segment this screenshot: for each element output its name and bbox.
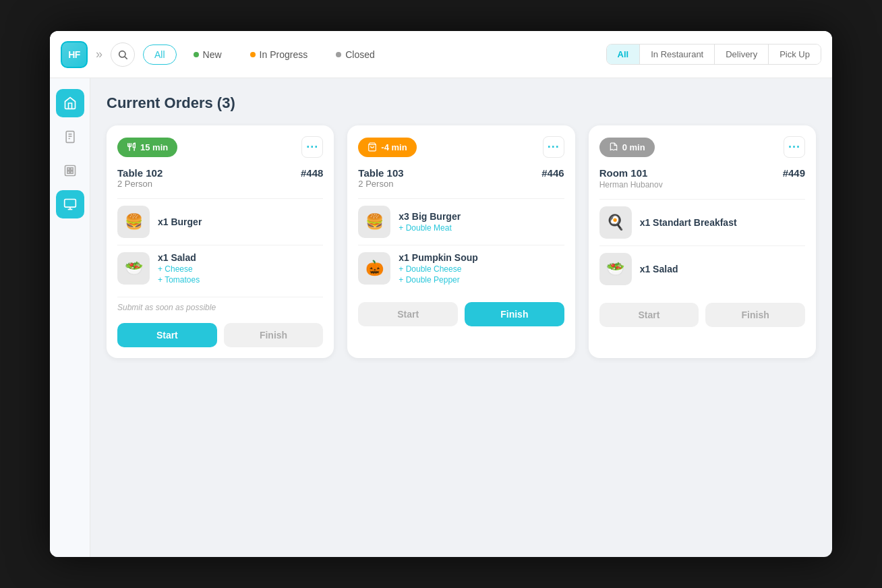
person-count-0: 2 Person <box>117 179 163 189</box>
item-image-0-1: 🥗 <box>117 252 150 285</box>
sidebar-icon-building[interactable] <box>56 156 84 185</box>
right-tab-inrestaurant[interactable]: In Restaurant <box>639 45 714 64</box>
start-button-0[interactable]: Start <box>117 323 217 347</box>
right-tab-pickup[interactable]: Pick Up <box>768 45 821 64</box>
order-item-0-0: 🍔 x1 Burger <box>117 198 323 245</box>
item-addon-0-1-1: + Tomatoes <box>158 275 323 285</box>
order-item-1-1: 🎃 x1 Pumpkin Soup + Double Cheese + Doub… <box>358 245 564 291</box>
finish-button-2[interactable]: Finish <box>705 303 805 327</box>
sidebar-icon-pos[interactable] <box>56 190 84 218</box>
right-tab-all[interactable]: All <box>607 45 640 64</box>
item-image-2-0: 🍳 <box>599 206 632 239</box>
order-card-1: -4 min ··· Table 103 2 Person #446 <box>347 125 575 358</box>
dots-icon-2: ··· <box>788 140 800 154</box>
order-item-0-1: 🥗 x1 Salad + Cheese + Tomatoes <box>117 245 323 291</box>
sidebar-icon-home[interactable] <box>56 89 84 117</box>
card-header-2: 0 min ··· <box>599 136 805 158</box>
main-layout: Current Orders (3) 15 min ··· <box>50 78 832 557</box>
card-header-1: -4 min ··· <box>358 136 564 158</box>
card-header-0: 15 min ··· <box>117 136 323 158</box>
item-addon-0-1-0: + Cheese <box>158 264 323 274</box>
table-name-1: Table 103 <box>358 167 403 179</box>
page-title: Current Orders (3) <box>107 94 816 112</box>
more-button-0[interactable]: ··· <box>301 136 323 158</box>
svg-rect-7 <box>64 200 76 208</box>
top-bar: HF » All New In Progress Closed All I <box>50 31 832 78</box>
order-card-2: 0 min ··· Room 101 Herman Hubanov #449 <box>589 125 816 358</box>
item-image-0-0: 🍔 <box>117 206 150 238</box>
search-button[interactable] <box>111 42 135 67</box>
receipt-icon <box>609 142 618 152</box>
order-num-1: #446 <box>541 167 564 179</box>
utensils-icon <box>127 142 136 152</box>
order-note-0: Submit as soon as possible <box>117 297 323 312</box>
start-button-2[interactable]: Start <box>599 303 699 327</box>
main-content: Current Orders (3) 15 min ··· <box>90 78 832 557</box>
card-info-1: Table 103 2 Person #446 <box>358 167 564 189</box>
card-actions-1: Start Finish <box>358 302 564 326</box>
sidebar <box>50 78 90 557</box>
svg-point-0 <box>119 51 125 57</box>
item-addon-1-1-0: + Double Cheese <box>399 264 564 274</box>
order-num-2: #449 <box>783 167 805 179</box>
orders-grid: 15 min ··· Table 102 2 Person #448 <box>107 125 816 358</box>
expand-icon[interactable]: » <box>96 47 102 61</box>
logo: HF <box>61 41 88 68</box>
filter-inprogress-tab[interactable]: In Progress <box>239 45 320 65</box>
timer-badge-2: 0 min <box>599 138 655 157</box>
filter-all-tab[interactable]: All <box>143 45 177 65</box>
item-addon-1-0-0: + Double Meat <box>399 223 564 233</box>
table-name-0: Table 102 <box>117 167 163 179</box>
item-details-1-0: x3 Big Burger + Double Meat <box>399 211 564 233</box>
table-name-2: Room 101 <box>599 167 663 179</box>
new-dot <box>194 52 199 57</box>
start-button-1[interactable]: Start <box>358 302 458 326</box>
item-details-2-0: x1 Standart Breakfast <box>640 217 805 228</box>
more-button-1[interactable]: ··· <box>543 136 564 158</box>
item-details-0-0: x1 Burger <box>158 216 323 227</box>
order-num-0: #448 <box>301 167 323 179</box>
item-image-1-0: 🍔 <box>358 206 390 238</box>
guest-name-2: Herman Hubanov <box>599 180 663 189</box>
item-image-2-1: 🥗 <box>599 253 632 285</box>
order-item-2-1: 🥗 x1 Salad <box>599 245 805 292</box>
finish-button-0[interactable]: Finish <box>224 323 324 347</box>
person-count-1: 2 Person <box>358 179 403 189</box>
inprogress-dot <box>250 52 256 57</box>
item-details-1-1: x1 Pumpkin Soup + Double Cheese + Double… <box>399 252 564 285</box>
dots-icon-0: ··· <box>306 140 318 154</box>
bag-icon <box>368 142 377 152</box>
card-actions-0: Start Finish <box>117 323 323 347</box>
filter-closed-tab[interactable]: Closed <box>324 45 386 65</box>
closed-dot <box>336 52 341 57</box>
svg-line-1 <box>125 57 127 59</box>
order-item-2-0: 🍳 x1 Standart Breakfast <box>599 199 805 245</box>
item-image-1-1: 🎃 <box>358 252 390 285</box>
filter-new-tab[interactable]: New <box>182 45 233 65</box>
order-card-0: 15 min ··· Table 102 2 Person #448 <box>107 125 334 358</box>
sidebar-icon-orders[interactable] <box>56 123 84 151</box>
finish-button-1[interactable]: Finish <box>465 302 564 326</box>
order-item-1-0: 🍔 x3 Big Burger + Double Meat <box>358 198 564 245</box>
dots-icon-1: ··· <box>548 140 560 154</box>
right-tab-delivery[interactable]: Delivery <box>714 45 768 64</box>
right-filter-tabs: All In Restaurant Delivery Pick Up <box>606 44 821 65</box>
card-info-0: Table 102 2 Person #448 <box>117 167 323 189</box>
timer-badge-1: -4 min <box>358 138 416 157</box>
filter-tabs: All New In Progress Closed <box>143 45 386 65</box>
item-addon-1-1-1: + Double Pepper <box>399 275 564 285</box>
card-actions-2: Start Finish <box>599 303 805 327</box>
card-info-2: Room 101 Herman Hubanov #449 <box>599 167 805 189</box>
item-details-0-1: x1 Salad + Cheese + Tomatoes <box>158 252 323 285</box>
timer-badge-0: 15 min <box>117 138 177 157</box>
more-button-2[interactable]: ··· <box>784 136 805 158</box>
item-details-2-1: x1 Salad <box>640 264 805 274</box>
